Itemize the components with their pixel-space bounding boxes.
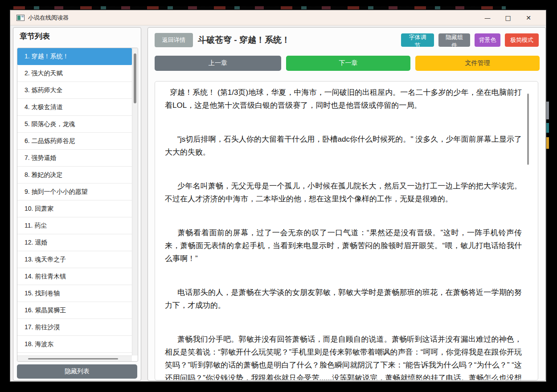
chapter-list-item[interactable]: 6. 二品炼药师谷尼 <box>17 133 132 150</box>
maximize-button[interactable]: □ <box>498 10 518 25</box>
reading-area[interactable]: 穿越！系统！ (第1/3页)地球，华夏，中海市，一间破旧的出租屋内。一名二十多岁… <box>155 81 538 380</box>
chapter-label: 7. 强势逼婚 <box>25 154 57 161</box>
chapter-label: 1. 穿越！系统！ <box>25 53 69 60</box>
chapter-label: 12. 退婚 <box>25 239 47 246</box>
chapter-list-item[interactable]: 17. 前往沙漠 <box>17 319 132 336</box>
hide-components-button[interactable]: 隐藏组件 <box>438 33 470 47</box>
chapter-title: 斗破苍穹 - 穿越！系统！ <box>198 33 290 47</box>
chapter-list-item[interactable]: 8. 雅妃的决定 <box>17 167 132 184</box>
chapter-list-item[interactable]: 2. 强大的天赋 <box>17 65 132 82</box>
hide-list-button[interactable]: 隐藏列表 <box>17 364 137 379</box>
vertical-scrollbar-thumb[interactable] <box>134 53 136 103</box>
chapter-label: 18. 海波东 <box>25 340 53 347</box>
background-window-fragment <box>13 6 506 9</box>
chapter-list: 1. 穿越！系统！ 2. 强大的天赋 3. 炼药师大全 4. 太极玄清道 5. … <box>17 48 138 362</box>
header-actions: 字体调节 隐藏组件 背景色 极简模式 <box>401 33 539 47</box>
minimal-mode-button[interactable]: 极简模式 <box>505 33 539 47</box>
chapter-list-item[interactable]: 11. 药尘 <box>17 217 132 234</box>
novel-paragraph: 萧畅我们分手吧。郭敏并没有回答萧畅话，而是自顾自的说道。萧畅听到这话并没有漏出难… <box>165 333 522 380</box>
background-color-button[interactable]: 背景色 <box>475 33 500 47</box>
chapter-list-item[interactable]: 5. 陨落心炎，龙魂 <box>17 116 132 133</box>
chapter-list-item[interactable]: 13. 魂天帝之子 <box>17 251 132 268</box>
window-controls: — □ ✕ <box>477 10 539 25</box>
app-icon <box>16 15 25 21</box>
app-window: 小说在线阅读器 — □ ✕ 章节列表 1. 穿越！系统！ 2. 强大的天赋 3.… <box>10 10 546 382</box>
file-manager-button[interactable]: 文件管理 <box>415 56 540 71</box>
chapter-list-item[interactable]: 10. 回萧家 <box>17 200 132 217</box>
chapter-label: 15. 找到卷轴 <box>25 290 60 297</box>
chapter-list-item[interactable]: 18. 海波东 <box>17 336 132 353</box>
next-chapter-button[interactable]: 下一章 <box>286 56 410 71</box>
chapter-label: 9. 抽到一个小小的愿望 <box>25 188 88 195</box>
chapter-list-item[interactable]: 3. 炼药师大全 <box>17 82 132 99</box>
chapter-label: 13. 魂天帝之子 <box>25 256 66 263</box>
chapter-list-item[interactable]: 9. 抽到一个小小的愿望 <box>17 184 132 200</box>
chapter-list-item[interactable]: 7. 强势逼婚 <box>17 150 132 167</box>
chapter-label: 6. 二品炼药师谷尼 <box>25 137 75 144</box>
close-button[interactable]: ✕ <box>518 10 539 25</box>
chapter-label: 5. 陨落心炎，龙魂 <box>25 120 75 127</box>
chapter-list-item[interactable]: 15. 找到卷轴 <box>17 285 132 302</box>
chapter-sidebar: 章节列表 1. 穿越！系统！ 2. 强大的天赋 3. 炼药师大全 4. 太极玄清… <box>13 27 141 381</box>
novel-paragraph: 萧畅看着面前的屏幕，过了一会无奈的叹了一口气道：“果然还是没有晋级。”这时，一阵… <box>165 226 522 265</box>
horizontal-scrollbar-thumb[interactable] <box>28 358 118 359</box>
prev-chapter-button[interactable]: 上一章 <box>155 56 281 71</box>
chapter-list-items: 1. 穿越！系统！ 2. 强大的天赋 3. 炼药师大全 4. 太极玄清道 5. … <box>17 48 132 353</box>
chapter-label: 8. 雅妃的决定 <box>25 171 63 178</box>
chapter-list-item[interactable]: 16. 紫晶翼狮王 <box>17 302 132 319</box>
novel-text: 穿越！系统！ (第1/3页)地球，华夏，中海市，一间破旧的出租屋内。一名二十多岁… <box>155 82 538 380</box>
back-to-details-button[interactable]: 返回详情 <box>155 33 193 47</box>
font-adjust-button[interactable]: 字体调节 <box>401 33 434 47</box>
sidebar-heading: 章节列表 <box>20 31 50 41</box>
chapter-label: 2. 强大的天赋 <box>25 69 63 77</box>
desktop-background: 小说在线阅读器 — □ ✕ 章节列表 1. 穿越！系统！ 2. 强大的天赋 3.… <box>0 0 557 392</box>
background-window-fragment <box>546 123 549 133</box>
background-window-fragment <box>546 137 549 149</box>
window-titlebar: 小说在线阅读器 — □ ✕ <box>10 10 546 25</box>
novel-paragraph: 少年名叫萧畅，无父无母是一个孤儿，小时候在孤儿院长大，然后又一边打工一边上学的把… <box>165 180 522 205</box>
novel-paragraph: 穿越！系统！ (第1/3页)地球，华夏，中海市，一间破旧的出租屋内。一名二十多岁… <box>165 86 522 112</box>
minimize-button[interactable]: — <box>477 10 498 25</box>
chapter-label: 17. 前往沙漠 <box>25 323 60 331</box>
chapter-list-item[interactable]: 12. 退婚 <box>17 234 132 251</box>
chapter-list-horizontal-scrollbar[interactable] <box>17 355 132 361</box>
chapter-label: 4. 太极玄清道 <box>25 103 63 110</box>
reading-area-scrollbar[interactable] <box>527 94 529 165</box>
chapter-label: 3. 炼药师大全 <box>25 86 63 94</box>
chapter-list-item[interactable]: 4. 太极玄清道 <box>17 99 132 116</box>
background-window-fragment <box>546 102 549 119</box>
novel-paragraph: "js切后排啊，石头人你的大留着干什么用，卧槽adc你什么时候死的。" 没多久，… <box>165 133 522 159</box>
chapter-list-item[interactable]: 1. 穿越！系统！ <box>17 48 132 65</box>
novel-paragraph: 电话那头的人，是萧畅在大学谈的女朋友郭敏，郭敏大学时是萧畅那班的班花，在萧畅将近… <box>165 286 522 312</box>
chapter-label: 16. 紫晶翼狮王 <box>25 306 66 314</box>
chapter-label: 10. 回萧家 <box>25 205 53 212</box>
chapter-label: 14. 前往青木镇 <box>25 273 66 280</box>
window-title: 小说在线阅读器 <box>28 14 69 22</box>
chapter-label: 11. 药尘 <box>25 222 47 229</box>
reader-panel: 返回详情 斗破苍穹 - 穿越！系统！ 字体调节 隐藏组件 背景色 极简模式 上一… <box>147 27 546 381</box>
chapter-list-item[interactable]: 14. 前往青木镇 <box>17 268 132 285</box>
chapter-list-vertical-scrollbar[interactable] <box>132 48 138 355</box>
